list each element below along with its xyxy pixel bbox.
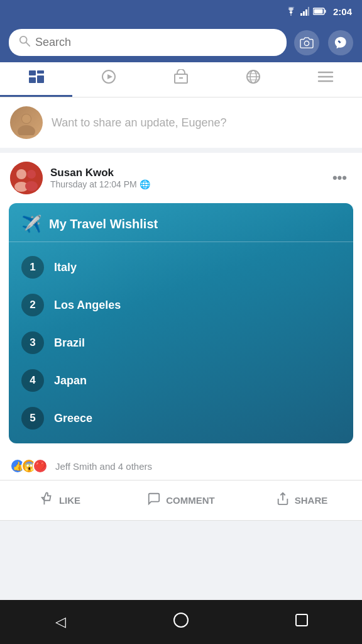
battery-icon [313,8,327,15]
user-avatar [10,106,43,139]
svg-point-7 [20,36,27,43]
wifi-icon [285,7,297,16]
list-item: 1 Italy [9,248,353,286]
svg-rect-3 [308,7,309,16]
svg-rect-1 [303,11,305,16]
post-card: Susan Kwok Thursday at 12:04 PM 🌐 ••• ✈️… [0,153,362,521]
post-timestamp: Thursday at 12:04 PM 🌐 [50,179,320,189]
item-number: 1 [21,256,44,279]
item-number: 2 [21,294,44,316]
svg-rect-6 [314,9,322,14]
recents-icon [295,613,309,631]
tab-globe[interactable] [217,62,290,97]
list-item: 5 Greece [9,399,353,437]
svg-point-32 [27,170,36,179]
svg-point-35 [174,613,188,627]
marketplace-icon [173,69,189,88]
wishlist-title: My Travel Wishlist [49,217,158,231]
svg-rect-5 [324,10,326,13]
list-item: 3 Brazil [9,324,353,362]
camera-icon [300,36,314,49]
svg-rect-2 [305,9,307,16]
item-name: Japan [54,374,87,387]
post-header: Susan Kwok Thursday at 12:04 PM 🌐 ••• [0,153,362,203]
share-icon [276,492,290,509]
home-button[interactable] [165,606,197,638]
item-name: Italy [54,261,77,274]
tab-marketplace[interactable] [145,62,217,97]
item-number: 3 [21,331,44,354]
search-bar-container [0,23,362,62]
svg-rect-0 [300,13,302,16]
search-input[interactable] [35,36,277,49]
svg-point-27 [18,125,35,135]
status-time: 2:04 [333,6,352,17]
news-feed-icon [28,70,45,87]
wishlist-emoji: ✈️ [21,214,41,234]
wishlist-card: ✈️ My Travel Wishlist 1 Italy 2 Los Ange… [9,203,353,443]
post-author-avatar [10,162,43,194]
svg-point-30 [16,169,26,179]
status-bar: 2:04 [0,0,362,23]
status-icons: 2:04 [285,6,352,17]
post-author-name: Susan Kwok [50,167,320,179]
svg-line-8 [26,43,30,46]
item-name: Los Angeles [54,299,121,312]
messenger-button[interactable] [328,30,353,55]
love-reaction: ❤️ [33,458,48,474]
back-icon: ◁ [55,614,66,630]
post-action-buttons: LIKE COMMENT SHARE [0,480,362,520]
share-update-section: Want to share an update, Eugene? [0,97,362,153]
reaction-emojis: 👍 😱 ❤️ [10,458,44,474]
comment-button[interactable]: COMMENT [121,484,241,516]
share-label: SHARE [295,495,328,506]
reactions-text: Jeff Smith and 4 others [55,461,152,472]
home-icon [173,612,189,632]
post-privacy-icon: 🌐 [140,179,150,189]
svg-rect-36 [296,614,307,626]
list-item: 2 Los Angeles [9,286,353,324]
svg-point-33 [25,181,38,191]
header-icons [294,30,353,55]
messenger-icon [334,36,348,50]
svg-point-9 [304,41,309,45]
like-label: LIKE [59,495,80,506]
wishlist-header: ✈️ My Travel Wishlist [9,203,353,242]
signal-icon [300,7,309,16]
post-more-button[interactable]: ••• [327,167,352,189]
share-button[interactable]: SHARE [241,484,362,516]
wishlist-items-list: 1 Italy 2 Los Angeles 3 Brazil 4 Japan 5… [9,242,353,443]
comment-label: COMMENT [166,495,215,506]
nav-tabs [0,62,362,97]
item-number: 5 [21,407,44,430]
svg-point-28 [22,114,31,123]
tab-news-feed[interactable] [0,62,72,97]
globe-icon [246,69,261,88]
reactions-row: 👍 😱 ❤️ Jeff Smith and 4 others [0,452,362,480]
svg-rect-10 [29,70,36,75]
item-name: Brazil [54,336,85,350]
share-prompt-text[interactable]: Want to share an update, Eugene? [52,116,352,130]
tab-menu[interactable] [290,62,362,97]
item-number: 4 [21,369,44,392]
svg-rect-12 [37,70,44,74]
like-button[interactable]: LIKE [0,484,121,516]
camera-button[interactable] [294,30,319,55]
bottom-nav: ◁ [0,600,362,644]
svg-marker-15 [107,74,112,79]
recents-button[interactable] [286,606,317,638]
search-input-wrapper[interactable] [9,29,287,56]
back-button[interactable]: ◁ [45,606,76,638]
like-icon [40,492,54,509]
item-name: Greece [54,412,92,425]
svg-rect-11 [29,77,36,83]
search-icon [19,35,30,50]
post-meta: Susan Kwok Thursday at 12:04 PM 🌐 [50,167,320,189]
list-item: 4 Japan [9,362,353,399]
video-icon [101,69,116,88]
menu-icon [317,70,334,87]
comment-icon [147,492,161,509]
tab-video[interactable] [72,62,145,97]
post-time-text: Thursday at 12:04 PM [50,179,137,189]
svg-rect-13 [37,75,44,83]
